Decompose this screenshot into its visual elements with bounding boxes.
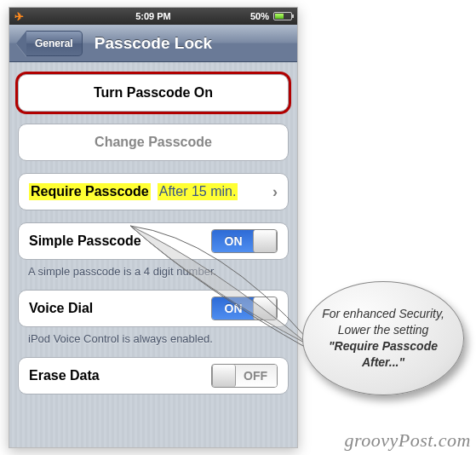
toggle-knob: [253, 230, 277, 252]
simple-passcode-footer: A simple passcode is a 4 digit number.: [18, 260, 289, 278]
toggle-knob: [212, 365, 236, 387]
voice-dial-row[interactable]: Voice Dial ON OFF: [18, 290, 289, 327]
erase-data-label: Erase Data: [29, 368, 100, 383]
watermark: groovyPost.com: [344, 429, 471, 452]
cell-label: Turn Passcode On: [94, 85, 213, 101]
toggle-on-label: ON: [212, 297, 255, 320]
voice-dial-footer: iPod Voice Control is always enabled.: [18, 327, 289, 345]
simple-passcode-toggle[interactable]: ON OFF: [211, 229, 278, 253]
turn-passcode-on-button[interactable]: Turn Passcode On: [18, 74, 289, 112]
simple-passcode-row[interactable]: Simple Passcode ON OFF: [18, 222, 289, 260]
chevron-right-icon: ›: [272, 183, 278, 201]
toggle-off-label: OFF: [234, 365, 277, 387]
chevron-left-icon: [16, 31, 26, 56]
toggle-on-label: ON: [212, 230, 255, 252]
require-passcode-label: Require Passcode: [29, 183, 151, 200]
change-passcode-button[interactable]: Change Passcode: [18, 124, 289, 161]
phone-frame: ✈ 5:09 PM 50% General Passcode Lock Turn…: [9, 7, 298, 448]
callout-text: For enhanced Security, Lower the setting: [322, 307, 444, 337]
status-bar: ✈ 5:09 PM 50%: [9, 8, 297, 25]
annotation-callout: For enhanced Security, Lower the setting…: [302, 281, 464, 395]
require-passcode-value: After 15 min.: [158, 183, 238, 200]
battery-icon: [273, 12, 292, 20]
back-button[interactable]: General: [16, 31, 83, 56]
settings-table: Turn Passcode On Change Passcode Require…: [9, 62, 297, 447]
erase-data-toggle[interactable]: ON OFF: [211, 364, 278, 388]
callout-bold: "Require Passcode After...": [329, 339, 438, 369]
erase-data-row[interactable]: Erase Data ON OFF: [18, 357, 289, 395]
status-time: 5:09 PM: [9, 11, 297, 21]
simple-passcode-label: Simple Passcode: [29, 233, 141, 249]
voice-dial-label: Voice Dial: [29, 301, 93, 316]
voice-dial-toggle[interactable]: ON OFF: [211, 297, 278, 320]
require-passcode-row[interactable]: Require Passcode After 15 min. ›: [18, 173, 289, 210]
cell-label: Change Passcode: [95, 135, 212, 150]
toggle-knob: [253, 297, 277, 320]
nav-bar: General Passcode Lock: [9, 25, 297, 62]
back-button-label: General: [26, 31, 83, 56]
